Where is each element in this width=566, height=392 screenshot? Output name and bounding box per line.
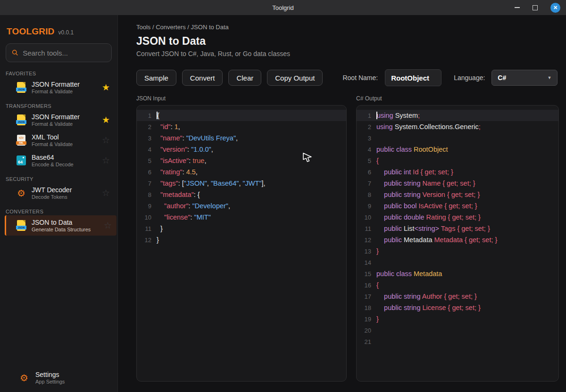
search-input[interactable] <box>23 49 106 57</box>
tool-subtitle: Format & Validate <box>32 121 80 127</box>
output-editor-line[interactable]: 5{ <box>357 155 558 166</box>
input-editor-line[interactable]: 10 "license": "MIT" <box>137 212 346 223</box>
line-number: 8 <box>357 191 376 198</box>
mouse-cursor <box>302 152 313 165</box>
root-name-input[interactable] <box>385 69 441 86</box>
input-editor-line[interactable]: 5 "isActive": true, <box>137 155 346 166</box>
editors-row: JSON Input 1{2 "id": 1,3 "name": "DevUti… <box>136 95 559 382</box>
favorite-star-icon[interactable]: ☆ <box>102 136 110 145</box>
toolbar-buttons: SampleConvertClearCopy Output <box>136 70 328 86</box>
output-editor-line[interactable]: 8 public string Version { get; set; } <box>357 189 558 200</box>
csharp-output-label: C# Output <box>356 95 559 102</box>
code-text: using System.Collections.Generic; <box>376 123 481 131</box>
window-controls: ✕ <box>515 3 566 13</box>
input-editor-line[interactable]: 11 } <box>137 223 346 234</box>
maximize-icon[interactable] <box>533 5 538 10</box>
main-content: Tools / Converters / JSON to Data JSON t… <box>118 15 566 392</box>
input-editor-line[interactable]: 12} <box>137 234 346 245</box>
input-editor-line[interactable]: 1{ <box>137 110 346 121</box>
output-editor-line[interactable]: 3 <box>357 132 558 144</box>
output-editor-line[interactable]: 6 public int Id { get; set; } <box>357 166 558 178</box>
sidebar-item-base64[interactable]: 64Base64Encode & Decode☆ <box>0 150 117 171</box>
line-number: 1 <box>137 112 157 119</box>
json-input-editor[interactable]: 1{2 "id": 1,3 "name": "DevUtils Freya",4… <box>136 105 347 382</box>
output-editor-line[interactable]: 14 <box>357 257 558 268</box>
code-text: public class Metadata <box>376 270 442 278</box>
convert-button[interactable]: Convert <box>182 70 223 86</box>
tool-title: JSON Formatter <box>32 113 80 121</box>
output-editor-line[interactable]: 16{ <box>357 279 558 291</box>
output-editor-line[interactable]: 15public class Metadata <box>357 268 558 279</box>
sidebar-item-json-formatter[interactable]: JSONJSON FormatterFormat & Validate★ <box>0 77 117 98</box>
line-number: 2 <box>137 123 157 131</box>
copy-output-button[interactable]: Copy Output <box>267 70 323 86</box>
sidebar-item-json-to-data[interactable]: JSONJSON to DataGenerate Data Structures… <box>5 215 117 236</box>
input-editor-line[interactable]: 2 "id": 1, <box>137 121 346 132</box>
output-editor-line[interactable]: 9 public bool IsActive { get; set; } <box>357 200 558 212</box>
line-number: 12 <box>357 237 376 244</box>
input-editor-line[interactable]: 8 "metadata": { <box>137 189 346 200</box>
sample-button[interactable]: Sample <box>136 70 176 86</box>
sidebar-item-jwt-decoder[interactable]: ⚙JWT DecoderDecode Tokens☆ <box>0 183 117 203</box>
output-editor-line[interactable]: 4public class RootObject <box>357 144 558 155</box>
language-select[interactable]: C# ▼ <box>491 70 558 86</box>
toolbar: SampleConvertClearCopy Output Root Name:… <box>136 69 559 86</box>
input-editor-line[interactable]: 9 "author": "Developer", <box>137 200 346 212</box>
app-window: Toolgrid ✕ TOOLGRID v0.0.1 FAVORITESJSON… <box>0 0 566 392</box>
code-text: } <box>157 236 159 244</box>
tool-subtitle: Decode Tokens <box>32 194 72 200</box>
page-subtitle: Convert JSON to C#, Java, Rust, or Go da… <box>136 50 559 57</box>
gear-icon: ⚙ <box>16 188 26 198</box>
output-editor-line[interactable]: 19} <box>357 313 558 325</box>
line-number: 6 <box>357 169 376 176</box>
code-text: using System; <box>376 112 420 119</box>
output-editor-line[interactable]: 12 public Metadata Metadata { get; set; … <box>357 234 558 245</box>
close-icon[interactable]: ✕ <box>550 3 560 13</box>
favorite-star-icon[interactable]: ★ <box>102 115 110 124</box>
favorite-star-icon[interactable]: ☆ <box>102 188 110 197</box>
minimize-icon[interactable] <box>515 7 520 8</box>
line-number: 14 <box>357 259 376 266</box>
line-number: 11 <box>357 225 376 232</box>
line-number: 19 <box>357 316 376 323</box>
json-file-icon: JSON <box>16 220 26 231</box>
sidebar-item-xml-tool[interactable]: </>XMLXML ToolFormat & Validate☆ <box>0 130 117 150</box>
section-label-converters: CONVERTERS <box>6 209 112 214</box>
favorite-star-icon[interactable]: ☆ <box>104 221 112 230</box>
favorite-star-icon[interactable]: ☆ <box>102 156 110 165</box>
output-editor-line[interactable]: 11 public List<string> Tags { get; set; … <box>357 223 558 234</box>
tool-title: JSON to Data <box>32 219 91 226</box>
favorite-star-icon[interactable]: ★ <box>102 83 110 92</box>
csharp-output-editor[interactable]: 1using System;2using System.Collections.… <box>356 105 559 382</box>
search-box[interactable] <box>6 43 112 62</box>
tool-title: JSON Formatter <box>32 81 80 88</box>
input-editor-line[interactable]: 6 "rating": 4.5, <box>137 166 346 178</box>
line-number: 5 <box>137 157 157 164</box>
output-editor-line[interactable]: 17 public string Author { get; set; } <box>357 291 558 302</box>
output-editor-line[interactable]: 1using System; <box>357 110 558 121</box>
output-editor-line[interactable]: 21 <box>357 336 558 347</box>
input-editor-line[interactable]: 4 "version": "1.0.0", <box>137 144 346 155</box>
input-editor-line[interactable]: 7 "tags": ["JSON", "Base64", "JWT"], <box>137 178 346 189</box>
clear-button[interactable]: Clear <box>228 70 261 86</box>
tool-subtitle: Format & Validate <box>32 141 73 147</box>
sidebar-item-settings[interactable]: ⚙ Settings App Settings <box>0 364 117 392</box>
section-label-security: SECURITY <box>6 176 112 182</box>
line-number: 13 <box>357 248 376 255</box>
code-text: "license": "MIT" <box>157 213 211 221</box>
output-editor-line[interactable]: 7 public string Name { get; set; } <box>357 178 558 189</box>
code-text: { <box>376 157 379 164</box>
app-version: v0.0.1 <box>58 29 74 36</box>
logo-row: TOOLGRID v0.0.1 <box>0 21 117 41</box>
input-editor-line[interactable]: 3 "name": "DevUtils Freya", <box>137 132 346 144</box>
output-editor-line[interactable]: 13} <box>357 245 558 257</box>
json-file-icon: JSON <box>16 82 26 93</box>
title-bar: Toolgrid ✕ <box>0 0 566 15</box>
output-editor-line[interactable]: 2using System.Collections.Generic; <box>357 121 558 132</box>
sidebar-item-json-formatter[interactable]: JSONJSON FormatterFormat & Validate★ <box>0 110 117 130</box>
output-editor-line[interactable]: 18 public string License { get; set; } <box>357 302 558 313</box>
line-number: 21 <box>357 338 376 345</box>
chevron-down-icon: ▼ <box>547 75 551 80</box>
output-editor-line[interactable]: 20 <box>357 325 558 336</box>
output-editor-line[interactable]: 10 public double Rating { get; set; } <box>357 212 558 223</box>
